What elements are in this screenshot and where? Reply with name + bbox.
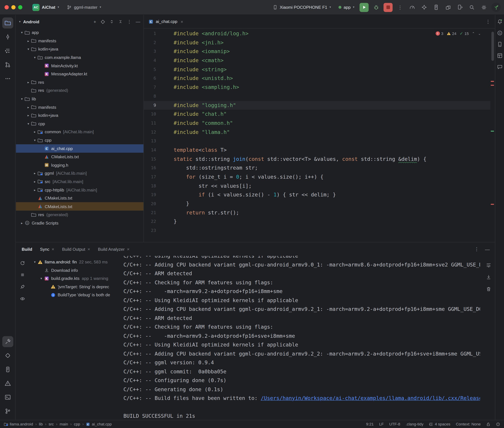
layout-inspector-tool-button[interactable] [495, 51, 504, 60]
caret-position[interactable]: 9:21 [366, 422, 374, 426]
build-result-tree[interactable]: ▾llama.android: fin22 sec, 583 msDownloa… [29, 258, 123, 420]
context-indicator[interactable]: Context: None [456, 422, 481, 426]
tree-row[interactable]: ▸manifests [16, 37, 144, 45]
tree-row[interactable]: CMakeLists.txt [16, 202, 144, 211]
line-number[interactable]: 9 [144, 101, 156, 110]
inspections-widget[interactable]: ! 3 24 ✓ 15 ⌃ ⌃ [436, 31, 481, 36]
more-tool-button[interactable] [2, 73, 13, 84]
scroll-to-end-button[interactable] [485, 273, 492, 281]
line-number[interactable]: 4 [144, 56, 156, 65]
chevron-down-icon[interactable]: ▾ [39, 277, 44, 280]
tree-row[interactable]: ▾llama.android: fin22 sec, 583 ms [29, 258, 123, 266]
debug-button[interactable] [372, 3, 381, 12]
line-number[interactable]: 16 [144, 163, 156, 172]
line-number[interactable]: 19 [144, 190, 156, 199]
error-stripe-mark[interactable] [491, 81, 494, 82]
editor-tab[interactable]: C ai_chat.cpp × [144, 15, 187, 28]
line-number[interactable]: 20 [144, 199, 156, 208]
previous-problem-icon[interactable]: ⌃ [472, 32, 475, 35]
chevron-down-icon[interactable]: ▾ [32, 138, 38, 142]
line-number[interactable]: 7 [144, 83, 156, 92]
options-kebab-icon[interactable]: ⋮ [127, 19, 131, 24]
line-number[interactable]: 15 [144, 155, 156, 163]
project-tool-button[interactable] [2, 17, 13, 28]
error-stripe-mark[interactable] [491, 85, 494, 86]
line-number[interactable]: 1 [144, 29, 156, 38]
tree-row[interactable]: KMessageAdapter.kt [16, 70, 144, 78]
unlock-icon[interactable] [486, 422, 490, 426]
problems-tool-button[interactable] [2, 378, 13, 389]
options-kebab-icon[interactable]: ⋮ [474, 246, 479, 252]
close-tab-icon[interactable]: × [52, 247, 54, 252]
breadcrumb-item[interactable]: main [60, 422, 68, 426]
chevron-right-icon[interactable]: ▸ [26, 114, 31, 117]
minimize-window-button[interactable] [11, 5, 16, 9]
close-tab-icon[interactable]: × [87, 247, 90, 252]
tree-row[interactable]: res(generated) [16, 211, 144, 219]
notifications-tool-button[interactable] [495, 17, 504, 26]
settings-button[interactable] [479, 3, 488, 12]
error-count[interactable]: ! 3 [436, 31, 443, 36]
breadcrumb-item[interactable]: src [49, 422, 54, 426]
chevron-down-icon[interactable]: ▾ [19, 97, 25, 101]
run-button[interactable] [360, 3, 369, 12]
build-tool-title[interactable]: Build [22, 247, 32, 251]
gradle-tool-button[interactable]: G [495, 29, 504, 37]
device-mirroring-button[interactable] [455, 3, 465, 12]
clang-tidy-config[interactable]: .clang-tidy [406, 422, 423, 426]
pull-requests-tool-button[interactable] [2, 59, 13, 70]
line-number[interactable]: 21 [144, 208, 156, 217]
hide-panel-icon[interactable]: — [485, 246, 490, 252]
tree-row[interactable]: CMakeLists.txt [16, 194, 144, 202]
chevron-right-icon[interactable]: ▸ [19, 221, 25, 225]
app-quality-insights-tool-button[interactable] [495, 63, 504, 71]
line-number[interactable]: 18 [144, 181, 156, 190]
chevron-right-icon[interactable]: ▸ [26, 39, 31, 43]
tree-row[interactable]: KMainActivity.kt [16, 62, 144, 70]
chevron-right-icon[interactable]: ▸ [32, 188, 38, 192]
tree-row[interactable]: ▸cpp-httplib[AiChat.lib.main] [16, 186, 144, 194]
build-tab-build-output[interactable]: Build Output× [62, 247, 90, 252]
line-number[interactable]: 23 [144, 226, 156, 235]
version-control-tool-button[interactable] [2, 406, 13, 417]
tree-row[interactable]: ▸src[AiChat.lib.main] [16, 177, 144, 186]
rerun-sync-button[interactable] [18, 258, 26, 267]
close-tab-icon[interactable]: × [127, 247, 129, 252]
tree-row[interactable]: ▾kotlin+java [16, 45, 144, 53]
close-window-button[interactable] [4, 5, 9, 9]
editor-tab-options-icon[interactable]: ⋮ [481, 19, 495, 25]
breadcrumb-item[interactable]: llama.android [4, 422, 33, 426]
tree-row[interactable]: Hlogging.h [16, 161, 144, 169]
warning-count[interactable]: 24 [446, 31, 456, 36]
change-stripe-mark[interactable] [491, 131, 494, 132]
breadcrumb-item[interactable]: Cai_chat.cpp [86, 422, 112, 426]
line-number[interactable]: 6 [144, 74, 156, 83]
line-number[interactable]: 3 [144, 47, 156, 56]
editor-scrollbar[interactable] [491, 32, 494, 61]
tree-row[interactable]: BuildType 'debug' is both de [29, 291, 123, 299]
commit-tool-button[interactable] [2, 31, 13, 42]
code-editor[interactable]: 1#include <android/log.h>2#include <jni.… [144, 29, 490, 235]
gemini-assistant-button[interactable] [419, 3, 428, 12]
tree-row[interactable]: ▾cpp [16, 136, 144, 144]
passed-count[interactable]: ✓ 15 [460, 31, 469, 36]
tree-row[interactable]: Cai_chat.cpp [16, 144, 144, 153]
chevron-right-icon[interactable]: ▸ [26, 105, 31, 109]
next-problem-icon[interactable]: ⌃ [478, 32, 481, 35]
chevron-right-icon[interactable]: ▸ [32, 130, 38, 134]
build-tool-button[interactable] [2, 336, 13, 347]
new-file-icon[interactable]: + [94, 19, 96, 24]
terminal-tool-button[interactable] [2, 392, 13, 403]
tree-row[interactable]: CMakeLists.txt [16, 153, 144, 161]
collapse-all-icon[interactable] [118, 19, 123, 24]
error-stripe-mark[interactable] [491, 204, 494, 205]
line-number[interactable]: 12 [144, 128, 156, 137]
breadcrumb-item[interactable]: lib [39, 422, 43, 426]
indent-setting[interactable]: 4 spaces [429, 422, 450, 426]
tree-row[interactable]: ▸ggml[AiChat.lib.main] [16, 169, 144, 177]
chevron-down-icon[interactable]: ▾ [19, 31, 25, 34]
line-number[interactable]: 10 [144, 110, 156, 119]
stop-button[interactable] [384, 3, 393, 12]
chevron-down-icon[interactable]: ▾ [32, 56, 38, 59]
device-explorer-tool-button[interactable] [495, 40, 504, 49]
